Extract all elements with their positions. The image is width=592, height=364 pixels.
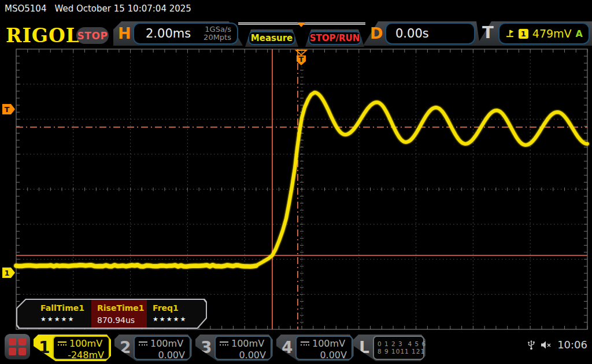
measurement-value: 870.94us	[97, 315, 135, 325]
channel-number: 3	[201, 338, 212, 357]
clock-time: 10:06	[557, 339, 587, 351]
channel-offset: 0.00V	[139, 350, 185, 361]
dc-coupling-icon	[58, 341, 66, 346]
channel-offset: -248mV	[58, 350, 104, 361]
channel-3-badge[interactable]: 3100mV0.00V	[195, 335, 273, 361]
channel-number: 2	[120, 338, 131, 357]
digital-row2: 8 9 1011 12131415	[378, 348, 423, 355]
channel-readout: 100mV-248mV	[53, 336, 110, 360]
dc-coupling-icon	[220, 341, 228, 346]
digital-label: L	[359, 338, 369, 357]
oscilloscope-screen: MSO5104 Wed October 15 10:07:04 2025 RIG…	[0, 0, 592, 364]
dc-coupling-icon	[301, 341, 309, 346]
channel-number: 1	[39, 338, 50, 357]
measurement-RiseTime1[interactable]: RiseTime1870.94us	[91, 300, 147, 328]
menu-button[interactable]	[5, 334, 30, 359]
channel-scale: 100mV	[312, 338, 345, 349]
channel-readout: 100mV0.00V	[134, 336, 191, 360]
digital-channel-list: 0 1 2 3 4 5 6 7 8 9 1011 12131415	[373, 336, 424, 360]
channel-readout: 100mV0.00V	[295, 336, 353, 360]
measurement-name: RiseTime1	[97, 303, 145, 313]
channel-scale: 100mV	[150, 338, 183, 349]
dc-coupling-icon	[139, 341, 147, 346]
menu-grid-icon	[9, 338, 26, 355]
channel-2-badge[interactable]: 2100mV0.00V	[114, 335, 192, 361]
sound-muted-icon[interactable]	[541, 340, 552, 350]
channel-4-badge[interactable]: 4100mV0.00V	[276, 335, 354, 361]
measurement-panel[interactable]: FallTime1★★★★★RiseTime1870.94usFreq1★★★★…	[16, 299, 207, 329]
digital-channels-badge[interactable]: L 0 1 2 3 4 5 6 7 8 9 1011 12131415	[354, 335, 426, 361]
channel-number: 4	[282, 338, 293, 357]
channel-scale: 100mV	[231, 338, 264, 349]
usb-icon	[527, 340, 535, 350]
channel-offset: 0.00V	[220, 350, 266, 361]
svg-text:T: T	[5, 105, 10, 114]
channel1-offset-marker[interactable]: 1	[2, 268, 15, 278]
trigger-level-marker[interactable]: T	[2, 104, 15, 114]
measurement-FallTime1[interactable]: FallTime1★★★★★	[35, 300, 90, 328]
svg-text:T: T	[299, 55, 304, 64]
channel-readout: 100mV0.00V	[214, 336, 272, 360]
digital-row1: 0 1 2 3 4 5 6 7	[378, 340, 423, 348]
channel-1-badge[interactable]: 1100mV-248mV	[34, 335, 111, 361]
svg-text:1: 1	[4, 269, 9, 277]
graticule-grid	[16, 49, 587, 329]
channel-offset: 0.00V	[301, 350, 347, 361]
measurement-name: FallTime1	[40, 303, 84, 313]
measurement-value: ★★★★★	[40, 315, 75, 323]
measurement-value: ★★★★★	[153, 315, 187, 323]
measurement-name: Freq1	[153, 303, 179, 313]
channel-scale: 100mV	[69, 338, 102, 349]
measurement-Freq1[interactable]: Freq1★★★★★	[147, 300, 202, 328]
channel-status-bar: 1100mV-248mV2100mV0.00V3100mV0.00V4100mV…	[0, 333, 592, 364]
